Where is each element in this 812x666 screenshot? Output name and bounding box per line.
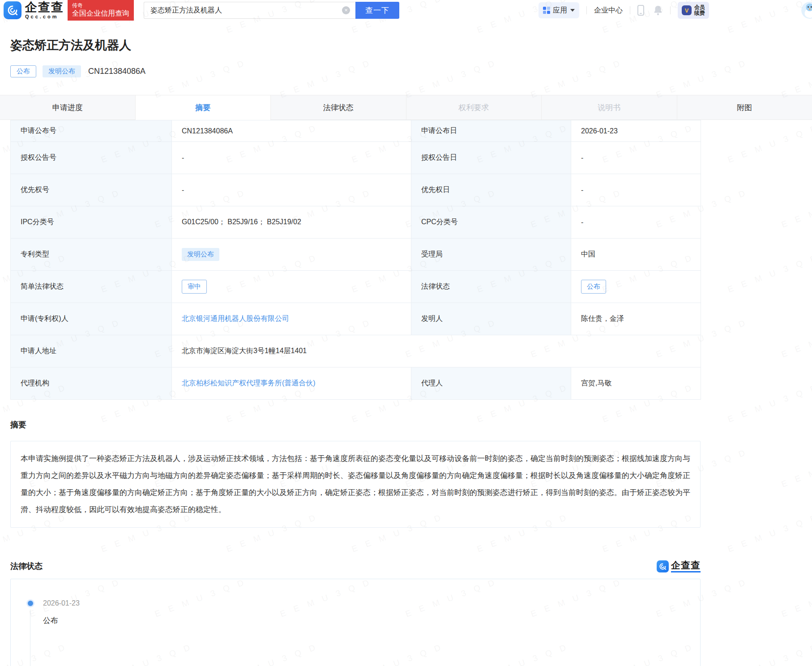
timeline-item: 2026-01-23公布 [28, 599, 700, 626]
table-row: 优先权号-优先权日- [11, 174, 701, 206]
table-row: 申请公布号CN121384086A申请公布日2026-01-23 [11, 120, 701, 142]
qcc-corner-logo: 企查查 [657, 560, 701, 572]
tab-bar: 申请进度摘要法律状态权利要求说明书附图 [0, 95, 812, 120]
field-label: 专利类型 [11, 239, 172, 271]
table-row: 专利类型发明公布受理局中国 [11, 239, 701, 271]
field-label: 申请公布号 [11, 120, 172, 142]
search-input[interactable] [144, 2, 355, 19]
tab-abstract[interactable]: 摘要 [135, 95, 271, 120]
entity-link[interactable]: 北京银河通用机器人股份有限公司 [182, 315, 289, 322]
legal-status-heading: 法律状态 [10, 561, 43, 572]
header-right: 应用 企业中心 V 会员 续费 [538, 0, 812, 21]
qcc-logo-icon [4, 1, 21, 19]
field-label: 代理机构 [11, 367, 172, 400]
apps-menu-button[interactable]: 应用 [538, 2, 579, 18]
legal-status-section: 法律状态 企查查 2026-01-23公布 [10, 560, 701, 666]
vip-label-line2: 续费 [694, 10, 705, 16]
field-label: 授权公告号 [11, 142, 172, 174]
page-title: 姿态矫正方法及机器人 [10, 38, 812, 53]
patent-info-table: 申请公布号CN121384086A申请公布日2026-01-23授权公告号-授权… [10, 120, 701, 400]
timeline-connector [30, 610, 30, 666]
timeline-date: 2026-01-23 [43, 599, 700, 608]
field-label: 申请人地址 [11, 335, 172, 367]
vip-crown-icon: V [682, 5, 692, 15]
table-row: 代理机构北京柏杉松知识产权代理事务所(普通合伙)代理人宫贺,马敬 [11, 367, 701, 400]
abstract-heading: 摘要 [10, 419, 701, 430]
brand-name: 企查查 [25, 1, 64, 13]
vip-renew-button[interactable]: V 会员 续费 [678, 2, 709, 19]
field-label: 发明人 [411, 303, 571, 335]
field-label: 法律状态 [411, 271, 571, 303]
field-value: 中国 [571, 239, 701, 271]
field-label: 受理局 [411, 239, 571, 271]
timeline-status: 公布 [43, 615, 700, 626]
brand-domain: Qcc.com [25, 14, 64, 19]
slogan-badge: 传奇 全国企业信用查询 [68, 0, 134, 21]
divider [630, 6, 630, 14]
divider [670, 6, 671, 14]
notification-bell-icon[interactable] [653, 5, 663, 16]
abstract-section: 摘要 本申请实施例提供了一种姿态矫正方法及机器人，涉及运动矫正技术领域，方法包括… [10, 419, 701, 528]
qcc-corner-logo-text: 企查查 [671, 560, 701, 572]
field-value: 宫贺,马敬 [571, 367, 701, 400]
status-badge: 发明公布 [182, 248, 219, 261]
qcc-corner-logo-icon [657, 560, 669, 572]
patent-number: CN121384086A [88, 67, 145, 76]
apps-grid-icon [543, 7, 550, 14]
field-value: 公布 [571, 271, 701, 303]
field-label: 申请(专利权)人 [11, 303, 172, 335]
clear-icon[interactable]: × [342, 6, 350, 14]
search-bar: × 查一下 [144, 2, 399, 19]
field-label: 代理人 [411, 367, 571, 400]
status-badge: 公布 [581, 280, 606, 294]
field-value: 北京市海淀区海淀大街3号1幢14层1401 [172, 335, 701, 367]
field-label: IPC分类号 [11, 206, 172, 239]
tab-legal-status[interactable]: 法律状态 [270, 95, 406, 120]
publish-status-badge: 公布 [10, 65, 36, 77]
tab-description: 说明书 [541, 95, 677, 120]
slogan-line1: 传奇 [72, 2, 129, 9]
field-value: CN121384086A [172, 120, 411, 142]
tab-progress[interactable]: 申请进度 [0, 95, 135, 120]
legal-timeline: 2026-01-23公布 [11, 579, 700, 666]
enterprise-center-link[interactable]: 企业中心 [594, 6, 623, 15]
field-label: 优先权日 [411, 174, 571, 206]
status-badge: 审中 [182, 280, 207, 294]
chevron-down-icon [570, 9, 575, 12]
page: 企查查 Qcc.com 传奇 全国企业信用查询 × 查一下 应用 企业中心 [0, 0, 812, 666]
table-row: 授权公告号-授权公告日- [11, 142, 701, 174]
field-value: 2026-01-23 [571, 120, 701, 142]
abstract-box: 本申请实施例提供了一种姿态矫正方法及机器人，涉及运动矫正技术领域，方法包括：基于… [10, 441, 701, 528]
field-value: 发明公布 [172, 239, 411, 271]
table-row: 申请人地址北京市海淀区海淀大街3号1幢14层1401 [11, 335, 701, 367]
field-value: - [571, 206, 701, 239]
field-label: CPC分类号 [411, 206, 571, 239]
abstract-text: 本申请实施例提供了一种姿态矫正方法及机器人，涉及运动矫正技术领域，方法包括：基于… [21, 450, 690, 518]
qcc-logo-text: 企查查 Qcc.com [25, 1, 64, 19]
field-value: 陈仕贵，金泽 [571, 303, 701, 335]
search-button[interactable]: 查一下 [355, 2, 399, 19]
field-value: 审中 [172, 271, 411, 303]
tab-claims: 权利要求 [406, 95, 542, 120]
timeline-dot [28, 601, 33, 606]
field-label: 优先权号 [11, 174, 172, 206]
mobile-app-icon[interactable] [637, 5, 644, 16]
table-row: 简单法律状态审中法律状态公布 [11, 271, 701, 303]
invention-type-badge: 发明公布 [43, 65, 81, 77]
table-row: 申请(专利权)人北京银河通用机器人股份有限公司发明人陈仕贵，金泽 [11, 303, 701, 335]
field-value: - [172, 142, 411, 174]
patent-info-section: 申请公布号CN121384086A申请公布日2026-01-23授权公告号-授权… [10, 120, 701, 400]
user-avatar[interactable] [801, 2, 812, 19]
field-label: 申请公布日 [411, 120, 571, 142]
title-badges: 公布 发明公布 CN121384086A [10, 64, 812, 78]
entity-link[interactable]: 北京柏杉松知识产权代理事务所(普通合伙) [182, 379, 316, 387]
slogan-line2: 全国企业信用查询 [72, 9, 129, 18]
field-label: 简单法律状态 [11, 271, 172, 303]
divider [586, 6, 587, 14]
qcc-logo[interactable]: 企查查 Qcc.com [4, 1, 64, 19]
field-value: 北京银河通用机器人股份有限公司 [172, 303, 411, 335]
field-value: - [172, 174, 411, 206]
tab-figures[interactable]: 附图 [677, 95, 812, 120]
apps-label: 应用 [553, 6, 567, 15]
field-value: - [571, 142, 701, 174]
